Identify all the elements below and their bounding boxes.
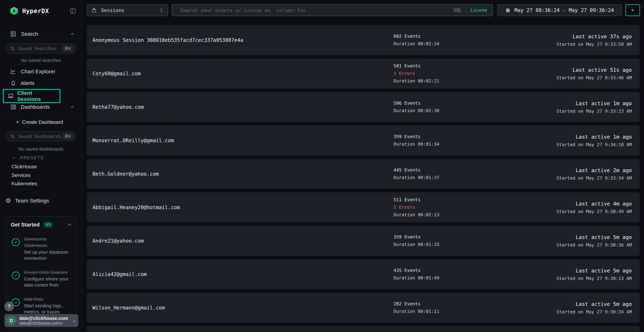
event-search-input[interactable] [180, 8, 453, 13]
session-title: Beth.Goldner@yahoo.com [92, 171, 159, 177]
session-started: Started on May 27 9:33:46 AM [556, 74, 632, 82]
session-activity: Last active 51s ago Started on May 27 9:… [556, 66, 632, 82]
presets-toggle[interactable]: PRESETS [12, 155, 44, 160]
lucene-toggle[interactable]: Lucene [470, 8, 487, 13]
session-row-partial[interactable] [87, 326, 640, 332]
sessions-source-icon [91, 7, 97, 13]
session-duration: Duration 00:01:49 [394, 274, 439, 282]
session-duration: Duration 00:01:33 [394, 241, 439, 248]
query-language-toggle[interactable]: SQL | Lucene [453, 8, 487, 13]
step-description: Configure where your data comes from [24, 276, 71, 288]
get-started-title: Get Started [11, 222, 40, 228]
session-duration: Duration 00:01:37 [394, 174, 439, 182]
session-row[interactable]: Coty60@gmail.com 581 Events 1 Errors Dur… [87, 58, 640, 88]
session-row[interactable]: Abbigail.Heaney20@hotmail.com 511 Events… [87, 192, 640, 222]
preset-clickhouse[interactable]: ClickHouse [12, 164, 37, 170]
session-stats: 359 Events Duration 00:01:33 [394, 233, 439, 248]
preset-services[interactable]: Services [12, 172, 30, 178]
session-last-active: Last active 4m ago [556, 200, 632, 208]
session-events-count: 445 Events [394, 166, 439, 174]
sidebar-item-client-sessions[interactable]: Client Sessions [3, 89, 60, 103]
date-range-value: May 27 08:36:24 - May 27 09:36:24 [514, 7, 614, 13]
toggle-separator: | [464, 8, 468, 13]
sidebar-item-search[interactable]: Search [10, 31, 75, 37]
source-select-value: Sessions [101, 8, 124, 13]
session-last-active: Last active 5m ago [556, 266, 632, 275]
user-menu[interactable]: D dale@clickhouse.com dale@clickhouse.co… [4, 314, 78, 327]
sql-toggle[interactable]: SQL [453, 8, 462, 13]
session-last-active: Last active 5m ago [556, 300, 632, 308]
plus-icon: + [16, 119, 19, 125]
session-events-count: 602 Events [394, 32, 439, 40]
search-icon [10, 134, 16, 139]
get-started-step-connect[interactable]: Connect to ClickHouse Set up your databa… [11, 236, 72, 261]
get-started-step-add-data[interactable]: Add Data Start sending logs, metrics, or… [11, 296, 72, 315]
run-query-button[interactable] [626, 4, 640, 16]
event-search-bar[interactable]: SQL | Lucene [172, 4, 493, 16]
dashboards-grid-icon [10, 104, 17, 110]
session-duration: Duration 00:02:24 [394, 40, 439, 48]
saved-dashboards-input[interactable]: ⌘K [6, 131, 76, 142]
session-last-active: Last active 5m ago [556, 233, 632, 242]
collapse-sidebar-icon[interactable] [70, 8, 76, 14]
app-title: HyperDX [22, 7, 49, 14]
help-button[interactable]: ? [4, 302, 14, 311]
user-team: dale@clickhouse.com's [19, 321, 73, 326]
sidebar-item-team-settings[interactable]: ⚙ Team Settings [5, 198, 49, 204]
session-activity: Last active 5m ago Started on May 27 9:3… [556, 266, 632, 282]
get-started-progress-badge: 3/3 [43, 222, 54, 228]
search-journal-icon [10, 31, 16, 37]
saved-dashboards-field[interactable] [18, 134, 62, 139]
saved-searches-field[interactable] [18, 46, 62, 51]
session-row[interactable]: Wilson_Hermann@gmail.com 282 Events Dura… [87, 293, 640, 323]
sidebar: HyperDX Search ⌘K No saved searches Char… [0, 0, 82, 332]
session-row[interactable]: Alicia42@gmail.com 435 Events Duration 0… [87, 259, 640, 289]
session-errors-count: 1 Errors [394, 70, 439, 77]
session-row[interactable]: Retha77@yahoo.com 596 Events Duration 00… [87, 92, 640, 122]
chevron-up-icon[interactable] [70, 105, 75, 109]
session-activity: Last active 1m ago Started on May 27 9:3… [556, 132, 632, 148]
session-events-count: 435 Events [394, 267, 439, 274]
preset-kubernetes[interactable]: Kubernetes [12, 181, 37, 186]
sidebar-item-label: Alerts [21, 80, 34, 86]
topbar: Sessions SQL | Lucene May 27 08:36:24 - … [83, 0, 644, 22]
step-title: Connect to ClickHouse [24, 236, 71, 249]
saved-searches-input[interactable]: ⌘K [6, 43, 76, 54]
check-circle-icon [12, 238, 20, 246]
sidebar-item-label: Client Sessions [17, 90, 56, 102]
session-row[interactable]: Beth.Goldner@yahoo.com 445 Events Durati… [87, 159, 640, 189]
get-started-header[interactable]: Get Started 3/3 [11, 222, 72, 228]
session-stats: 359 Events Duration 00:01:34 [394, 133, 439, 148]
session-stats: 511 Events 1 Errors Duration 00:02:13 [394, 196, 439, 218]
session-last-active: Last active 1m ago [556, 99, 632, 108]
session-title: Retha77@yahoo.com [92, 104, 144, 110]
sidebar-item-chart-explorer[interactable]: Chart Explorer [10, 68, 75, 75]
sidebar-item-alerts[interactable]: Alerts [10, 80, 75, 86]
chevron-up-icon[interactable] [67, 222, 72, 227]
sidebar-item-label: Chart Explorer [21, 68, 55, 74]
session-row[interactable]: Anonymous Session 308018eb535facd7cec337… [87, 25, 640, 55]
session-started: Started on May 27 9:30:13 AM [556, 275, 632, 282]
session-duration: Duration 00:01:34 [394, 140, 439, 148]
divider [0, 114, 82, 115]
session-started: Started on May 27 9:30:24 AM [556, 308, 632, 316]
session-activity: Last active 1m ago Started on May 27 9:3… [556, 99, 632, 115]
session-title: Wilson_Hermann@gmail.com [92, 305, 165, 311]
date-range-picker[interactable]: May 27 08:36:24 - May 27 09:36:24 [497, 4, 622, 16]
session-events-count: 596 Events [394, 100, 439, 107]
session-last-active: Last active 37s ago [556, 32, 632, 41]
chevron-up-icon[interactable] [70, 32, 75, 36]
sidebar-item-label: Dashboards [21, 104, 50, 110]
get-started-step-sources[interactable]: Create Data Sources Configure where your… [11, 269, 72, 288]
session-last-active: Last active 1m ago [556, 132, 632, 141]
logo-row: HyperDX [10, 7, 76, 15]
session-title: Abbigail.Heaney20@hotmail.com [92, 204, 180, 210]
select-chevrons-icon [159, 7, 164, 13]
create-dashboard-button[interactable]: + Create Dashboard [16, 119, 63, 125]
chevron-down-icon [12, 156, 16, 160]
session-row[interactable]: Monserrat.OReilly@gmail.com 359 Events D… [87, 126, 640, 156]
session-row[interactable]: Andre21@yahoo.com 359 Events Duration 00… [87, 226, 640, 256]
sidebar-item-label: Search [21, 31, 38, 37]
sidebar-item-dashboards[interactable]: Dashboards [10, 104, 75, 110]
source-select[interactable]: Sessions [87, 4, 168, 16]
